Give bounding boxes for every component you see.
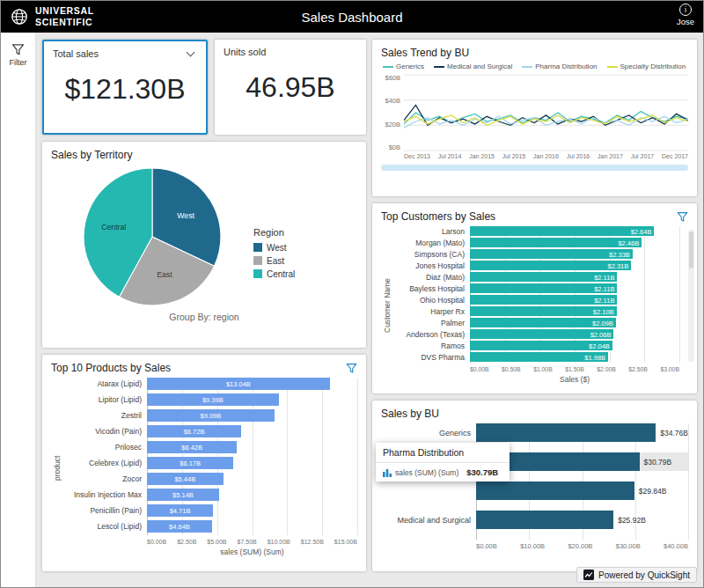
kpi-units-sold[interactable]: Units sold 46.95B	[215, 40, 366, 135]
bar[interactable]: $2.06B	[470, 329, 613, 339]
bar-category-label: Atarax (Lipid)	[62, 379, 147, 388]
user-name[interactable]: Jose	[677, 17, 694, 26]
app-header: UNIVERSAL SCIENTIFIC Sales Dashboard i J…	[1, 1, 703, 33]
x-tick-label: $0.00B	[147, 539, 166, 548]
bar[interactable]: $5.44B	[147, 473, 224, 485]
x-tick-label: $2.50B	[177, 539, 196, 548]
x-tick-label: $5.00B	[207, 539, 226, 548]
bar-row-lescol-lipid[interactable]: Lescol (Lipid)$4.64B	[62, 520, 357, 533]
bar-value: $1.98B	[584, 353, 605, 361]
time-range-brush[interactable]	[381, 165, 688, 171]
legend-item-medical-and-surgical[interactable]: Medical and Surgical	[434, 62, 512, 70]
bar-value: $6.72B	[147, 428, 241, 436]
bar-row-prilosec[interactable]: Prilosec$6.42B	[62, 441, 357, 453]
bar-value: $2.04B	[589, 342, 610, 349]
legend-item-west[interactable]: West	[253, 243, 348, 253]
bar[interactable]: $1.98B	[470, 352, 608, 362]
bar-row-zestril[interactable]: Zestril$9.09B	[62, 409, 357, 422]
bar[interactable]: $9.09B	[147, 409, 275, 422]
bar[interactable]	[476, 511, 613, 529]
bar-row-palmer[interactable]: Palmer$2.09B	[392, 318, 679, 327]
bar-value: $29.84B	[639, 487, 667, 496]
x-tick-label: $7.50B	[238, 539, 257, 548]
legend-item-central[interactable]: Central	[253, 269, 348, 279]
chart-filter-icon[interactable]	[677, 211, 688, 223]
bar-row-diaz-mato[interactable]: Diaz (Mato)$2.11B	[392, 272, 679, 282]
bar-row-insulin-injection-max[interactable]: Insulin Injection Max$5.14B	[62, 489, 357, 501]
territory-pie-chart: WestEastCentral	[80, 165, 224, 309]
bar-value: $2.11B	[594, 296, 614, 304]
bar-row-bayless-hospital[interactable]: Bayless Hospital$2.11B	[392, 283, 679, 293]
quicksight-badge[interactable]: Powered by QuickSight	[576, 567, 697, 583]
bar-row-larson[interactable]: Larson$2.64B	[392, 226, 679, 236]
bar-row-morgan-mato[interactable]: Morgan (Mato)$2.46B	[392, 238, 679, 247]
bar-row-generics[interactable]: Generics$34.76B	[381, 423, 688, 442]
bar-track: $6.42B	[147, 441, 357, 453]
bar-row-celebrex-lipid[interactable]: Celebrex (Lipid)$6.17B	[62, 457, 357, 469]
bar-row-harper-rx[interactable]: Harper Rx$2.10B	[392, 306, 679, 316]
scrollbar-thumb[interactable]	[689, 232, 693, 268]
bar-series-icon	[383, 468, 392, 477]
bar-row-zocor[interactable]: Zocor$5.44B	[62, 473, 357, 485]
bar-row-dvs-pharma[interactable]: DVS Pharma$1.98B	[392, 352, 679, 362]
bar[interactable]: $2.46B	[470, 238, 642, 247]
bar-category-label: Palmer	[392, 319, 470, 327]
bar[interactable]: $2.11B	[470, 272, 617, 282]
line-series-pharma-distribution[interactable]	[404, 116, 688, 128]
bar-row-item[interactable]: $29.84B	[381, 481, 688, 500]
filter-button[interactable]: Filter	[10, 43, 27, 67]
bar-row-vicodin-pain[interactable]: Vicodin (Pain)$6.72B	[62, 425, 357, 437]
bar[interactable]: $6.72B	[147, 425, 241, 437]
bar-category-label: Ohio Hospital	[392, 296, 470, 305]
bar[interactable]	[476, 423, 656, 442]
bar-row-anderson-texas[interactable]: Anderson (Texas)$2.06B	[392, 329, 679, 339]
chart-filter-icon[interactable]	[346, 363, 357, 374]
bar[interactable]: $4.71B	[147, 504, 213, 517]
bar-row-ohio-hospital[interactable]: Ohio Hospital$2.11B	[392, 295, 679, 305]
vertical-scrollbar[interactable]	[688, 230, 694, 362]
legend-item-pharma-distribution[interactable]: Pharma Distribution	[522, 62, 597, 70]
bar[interactable]: $2.33B	[470, 249, 633, 259]
bar[interactable]: $2.10B	[470, 306, 617, 316]
powered-by-label: Powered by QuickSight	[598, 570, 690, 580]
y-tick-label: $20B	[385, 121, 400, 129]
chevron-down-icon[interactable]	[187, 48, 195, 57]
bar-row-atarax-lipid[interactable]: Atarax (Lipid)$13.04B	[62, 378, 357, 390]
bar[interactable]: $6.42B	[147, 441, 237, 453]
bar[interactable]: $2.31B	[470, 261, 631, 270]
left-column: Total sales $121.30B Units sold 46.95B	[42, 40, 366, 580]
bar-row-lipitor-lipid[interactable]: Lipitor (Lipid)$9.39B	[62, 393, 357, 406]
legend-item-generics[interactable]: Generics	[383, 62, 424, 70]
bar[interactable]: $2.09B	[470, 318, 616, 327]
bar-row-jones-hospital[interactable]: Jones Hospital$2.31B	[392, 261, 679, 270]
bar[interactable]	[476, 481, 634, 500]
bar-track: $2.46B	[470, 238, 679, 247]
legend-item-east[interactable]: East	[253, 256, 348, 266]
bar[interactable]: $2.11B	[470, 295, 617, 305]
bar[interactable]: $2.11B	[470, 283, 617, 293]
bar-track: $29.84B	[476, 481, 688, 500]
bar-row-ramos[interactable]: Ramos$2.04B	[392, 341, 679, 350]
bar[interactable]: $2.64B	[470, 226, 654, 236]
bar[interactable]: $5.14B	[147, 489, 219, 501]
bar-row-medical-and-surgical[interactable]: Medical and Surgical$25.92B	[381, 511, 688, 529]
legend-item-specialty-distribution[interactable]: Specialty Distribution	[607, 62, 686, 70]
bar[interactable]: $2.04B	[470, 341, 612, 350]
chart-title: Sales by Territory	[51, 149, 132, 161]
bar[interactable]: $9.39B	[147, 393, 279, 406]
bar[interactable]: $6.17B	[147, 457, 233, 469]
info-icon[interactable]: i	[679, 4, 692, 16]
bar[interactable]: $13.04B	[147, 378, 330, 390]
top-customers-card: Top Customers by Sales Customer Name Lar…	[372, 203, 697, 393]
bar-row-penicillin-pain[interactable]: Penicillin (Pain)$4.71B	[62, 504, 357, 517]
chart-title: Top 10 Products by Sales	[51, 362, 171, 374]
main-layout: Filter Total sales $121.30B Units sol	[1, 33, 703, 587]
bar-row-simpsons-ca[interactable]: Simpsons (CA)$2.33B	[392, 249, 679, 259]
bar-category-label: Bayless Hospital	[392, 284, 470, 293]
bar-value: $2.06B	[590, 330, 612, 338]
kpi-label: Units sold	[224, 47, 266, 57]
kpi-total-sales[interactable]: Total sales $121.30B	[42, 40, 208, 135]
bar-category-label: Penicillin (Pain)	[62, 506, 147, 515]
bar[interactable]: $4.64B	[147, 520, 212, 533]
bar-value: $4.71B	[147, 507, 213, 515]
